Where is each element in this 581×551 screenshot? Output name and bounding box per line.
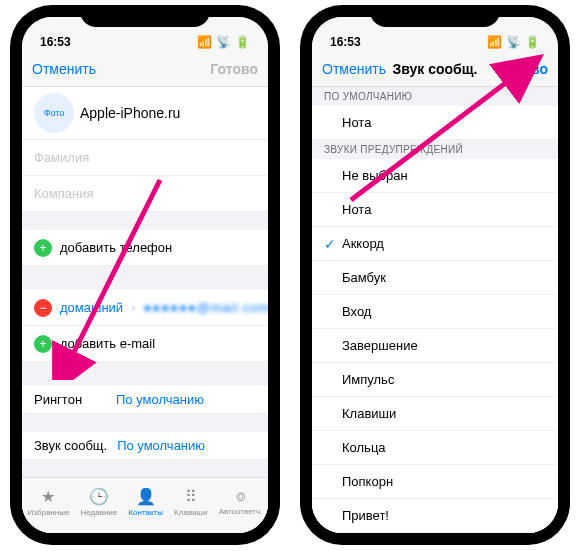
sound-option[interactable]: Кольца — [312, 431, 558, 465]
nav-title: Звук сообщ. — [386, 61, 484, 77]
default-sound-row[interactable]: Нота — [312, 106, 558, 140]
tab-keypad[interactable]: ⠿Клавиши — [174, 487, 207, 517]
ringtone-row[interactable]: Рингтон По умолчанию — [22, 386, 268, 414]
sound-option[interactable]: Нота — [312, 193, 558, 227]
screen-left: 16:53 📶 📡 🔋 Отменить Готово Фото Apple-i… — [22, 17, 268, 533]
keypad-icon: ⠿ — [185, 487, 197, 506]
battery-icon: 🔋 — [525, 35, 540, 49]
plus-icon: + — [34, 239, 52, 257]
signal-icon: 📶 — [487, 35, 502, 49]
signal-icon: 📶 — [197, 35, 212, 49]
status-icons: 📶 📡 🔋 — [487, 35, 540, 49]
sound-option[interactable]: Завершение — [312, 329, 558, 363]
sound-option[interactable]: Попкорн — [312, 465, 558, 499]
sound-option[interactable]: Клавиши — [312, 397, 558, 431]
nav-bar: Отменить Звук сообщ. Готово — [312, 51, 558, 87]
sound-option[interactable]: Вход — [312, 295, 558, 329]
add-email-button[interactable]: + добавить e-mail — [22, 326, 268, 362]
tab-bar: ★Избранные 🕒Недавние 👤Контакты ⠿Клавиши … — [22, 477, 268, 533]
wifi-icon: 📡 — [216, 35, 231, 49]
clock-icon: 🕒 — [89, 487, 109, 506]
screen-right: 16:53 📶 📡 🔋 Отменить Звук сообщ. Готово … — [312, 17, 558, 533]
cancel-button[interactable]: Отменить — [322, 61, 386, 77]
status-time: 16:53 — [330, 35, 361, 49]
email-value: ●●●●●●@mail.com — [143, 300, 268, 315]
check-icon: ✓ — [324, 236, 342, 252]
contact-edit-form: Фото Apple-iPhone.ru Фамилия Компания + … — [22, 87, 268, 533]
notch — [80, 5, 210, 27]
tab-contacts[interactable]: 👤Контакты — [128, 487, 163, 517]
voicemail-icon: ⌾ — [236, 487, 246, 505]
done-button[interactable]: Готово — [194, 61, 258, 77]
sound-option[interactable]: Бамбук — [312, 261, 558, 295]
nav-bar: Отменить Готово — [22, 51, 268, 87]
tab-voicemail[interactable]: ⌾Автоответч. — [219, 487, 263, 516]
wifi-icon: 📡 — [506, 35, 521, 49]
status-time: 16:53 — [40, 35, 71, 49]
first-name-field[interactable]: Apple-iPhone.ru — [80, 101, 256, 125]
contacts-icon: 👤 — [136, 487, 156, 506]
sound-option[interactable]: Привет! — [312, 499, 558, 533]
sound-option[interactable]: Не выбран — [312, 159, 558, 193]
phone-frame-left: 16:53 📶 📡 🔋 Отменить Готово Фото Apple-i… — [10, 5, 280, 545]
contact-header: Фото Apple-iPhone.ru — [22, 87, 268, 140]
phone-frame-right: 16:53 📶 📡 🔋 Отменить Звук сообщ. Готово … — [300, 5, 570, 545]
tab-favorites[interactable]: ★Избранные — [28, 487, 70, 517]
tab-recents[interactable]: 🕒Недавние — [81, 487, 118, 517]
sound-picker: ПО УМОЛЧАНИЮ Нота ЗВУКИ ПРЕДУПРЕЖДЕНИЙ Н… — [312, 87, 558, 533]
battery-icon: 🔋 — [235, 35, 250, 49]
cancel-button[interactable]: Отменить — [32, 61, 96, 77]
text-tone-row[interactable]: Звук сообщ. По умолчанию — [22, 432, 268, 460]
section-default: ПО УМОЛЧАНИЮ — [312, 87, 558, 106]
email-entry[interactable]: − домашний › ●●●●●●@mail.com — [22, 290, 268, 326]
minus-icon: − — [34, 299, 52, 317]
photo-badge[interactable]: Фото — [34, 93, 74, 133]
last-name-field[interactable]: Фамилия — [22, 140, 268, 176]
notch — [370, 5, 500, 27]
section-alert-sounds: ЗВУКИ ПРЕДУПРЕЖДЕНИЙ — [312, 140, 558, 159]
company-field[interactable]: Компания — [22, 176, 268, 212]
add-phone-button[interactable]: + добавить телефон — [22, 230, 268, 266]
plus-icon: + — [34, 335, 52, 353]
sound-option[interactable]: Импульс — [312, 363, 558, 397]
star-icon: ★ — [41, 487, 55, 506]
done-button[interactable]: Готово — [484, 61, 548, 77]
sound-option[interactable]: ✓Аккорд — [312, 227, 558, 261]
status-icons: 📶 📡 🔋 — [197, 35, 250, 49]
